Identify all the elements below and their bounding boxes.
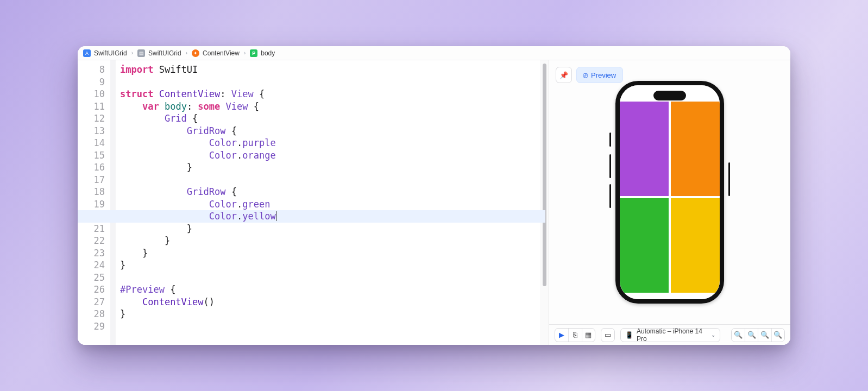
live-preview-button[interactable]: ▶ — [555, 329, 568, 342]
code-line[interactable]: #Preview { — [120, 283, 540, 296]
chevron-icon: › — [185, 50, 188, 56]
phone-side-button — [609, 184, 611, 208]
phone-side-button — [609, 154, 611, 178]
line-number: 19 — [78, 198, 110, 211]
device-selector[interactable]: 📱 Automatic – iPhone 14 Pro ⌄ — [620, 328, 720, 342]
device-settings-icon: ▭ — [605, 331, 611, 339]
line-number: 8 — [78, 64, 110, 76]
breadcrumb-file[interactable]: ContentView — [203, 49, 240, 57]
line-number: 9 — [78, 76, 110, 89]
canvas-preview-pane: 📌 ⎚ Preview — [549, 60, 790, 345]
code-line[interactable]: Color.yellow — [78, 210, 545, 223]
line-number: 21 — [78, 223, 110, 235]
line-number-gutter: 8910111213141516171819202122232425262728… — [78, 60, 110, 345]
zoom-in-button[interactable]: 🔍 — [771, 329, 784, 342]
code-line[interactable]: Grid { — [120, 112, 540, 125]
line-number: 28 — [78, 308, 110, 320]
swift-file-icon: ✦ — [192, 49, 199, 57]
line-number: 10 — [78, 88, 110, 100]
swiftui-grid-preview — [620, 85, 720, 299]
canvas-bottom-bar: ▶ ⎘ ▦ ▭ 📱 Automatic – iPhone 14 Pro ⌄ 🔍 … — [549, 324, 790, 345]
zoom-group: 🔍 🔍 🔍 🔍 — [731, 328, 785, 342]
preview-selector-chip[interactable]: ⎚ Preview — [576, 67, 623, 83]
phone-side-button — [728, 162, 730, 196]
line-number: 14 — [78, 137, 110, 149]
code-line[interactable] — [120, 272, 540, 284]
zoom-in-icon: 🔍 — [773, 331, 782, 339]
jump-bar[interactable]: A SwiftUIGrid › ▤ SwiftUIGrid › ✦ Conten… — [78, 46, 790, 60]
chevron-icon: › — [130, 50, 134, 56]
code-editor[interactable]: 8910111213141516171819202122232425262728… — [78, 60, 549, 345]
code-area[interactable]: import SwiftUIstruct ContentView: View {… — [120, 60, 540, 345]
breadcrumb-project[interactable]: SwiftUIGrid — [94, 49, 127, 57]
code-line[interactable]: } — [120, 235, 540, 247]
grid-cell-yellow — [671, 198, 720, 293]
vertical-scrollbar[interactable] — [540, 60, 549, 345]
breadcrumb-symbol[interactable]: body — [261, 49, 275, 57]
zoom-fit-button[interactable]: 🔍 — [745, 329, 758, 342]
line-number: 15 — [78, 149, 110, 162]
zoom-100-icon: 🔍 — [760, 331, 769, 339]
device-settings-group: ▭ — [601, 328, 615, 342]
selectable-preview-button[interactable]: ⎘ — [568, 329, 581, 342]
xcode-window: A SwiftUIGrid › ▤ SwiftUIGrid › ✦ Conten… — [78, 46, 790, 345]
code-line[interactable]: GridRow { — [120, 186, 540, 198]
app-icon: A — [83, 49, 91, 57]
code-line[interactable]: var body: some View { — [120, 100, 540, 113]
fold-ribbon[interactable] — [110, 60, 116, 345]
chevron-icon: › — [243, 50, 247, 56]
variants-button[interactable]: ▦ — [582, 329, 595, 342]
code-line[interactable] — [120, 320, 540, 333]
line-number: 18 — [78, 186, 110, 198]
code-line[interactable]: } — [120, 247, 540, 260]
preview-icon: ⎚ — [583, 71, 588, 79]
code-line[interactable]: GridRow { — [120, 125, 540, 137]
chevron-down-icon: ⌄ — [711, 332, 715, 338]
iphone-frame — [615, 81, 724, 304]
device-canvas[interactable] — [549, 60, 790, 324]
code-line[interactable]: Color.orange — [120, 149, 540, 162]
line-number: 24 — [78, 259, 110, 272]
dynamic-island — [653, 91, 686, 100]
code-line[interactable]: } — [120, 308, 540, 320]
code-line[interactable]: Color.purple — [120, 137, 540, 149]
zoom-fit-icon: 🔍 — [747, 331, 756, 339]
scrollbar-thumb[interactable] — [543, 64, 546, 286]
line-number: 12 — [78, 112, 110, 125]
device-label: Automatic – iPhone 14 Pro — [637, 327, 708, 343]
zoom-actual-button[interactable]: 🔍 — [758, 329, 771, 342]
zoom-out-button[interactable]: 🔍 — [732, 329, 745, 342]
phone-side-button — [609, 133, 611, 147]
grid-icon: ▦ — [585, 331, 592, 339]
code-line[interactable]: import SwiftUI — [120, 64, 540, 76]
text-caret — [276, 211, 276, 221]
device-icon: 📱 — [625, 331, 633, 339]
code-line[interactable]: Color.green — [120, 198, 540, 211]
line-number: 29 — [78, 320, 110, 333]
line-number: 16 — [78, 161, 110, 174]
code-line[interactable]: struct ContentView: View { — [120, 88, 540, 100]
line-number: 27 — [78, 296, 110, 308]
line-number: 13 — [78, 125, 110, 137]
code-line[interactable]: } — [120, 259, 540, 272]
line-number: 22 — [78, 235, 110, 247]
code-line[interactable]: } — [120, 161, 540, 174]
pin-preview-button[interactable]: 📌 — [556, 67, 572, 83]
line-number: 25 — [78, 272, 110, 284]
main-split: 8910111213141516171819202122232425262728… — [78, 60, 790, 345]
pin-icon: 📌 — [559, 71, 568, 79]
line-number: 11 — [78, 100, 110, 113]
property-icon: P — [250, 49, 257, 57]
line-number: 26 — [78, 283, 110, 296]
play-icon: ▶ — [559, 331, 564, 339]
code-line[interactable]: ContentView() — [120, 296, 540, 308]
canvas-mode-group: ▶ ⎘ ▦ — [555, 328, 595, 342]
code-line[interactable]: } — [120, 223, 540, 235]
code-line[interactable] — [120, 174, 540, 186]
device-settings-button[interactable]: ▭ — [601, 329, 614, 342]
grid-cell-green — [620, 198, 669, 293]
breadcrumb-folder[interactable]: SwiftUIGrid — [148, 49, 181, 57]
folder-icon: ▤ — [137, 49, 145, 57]
code-line[interactable] — [120, 76, 540, 89]
line-number: 23 — [78, 247, 110, 260]
